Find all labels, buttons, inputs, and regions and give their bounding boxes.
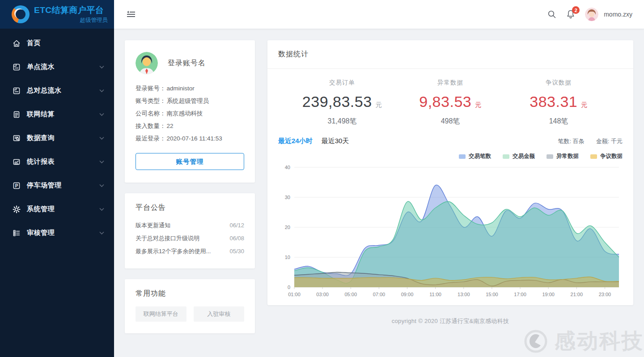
- sidebar-item-audit-management[interactable]: 审核管理: [0, 221, 114, 245]
- stat-value: 239,83.53: [302, 93, 372, 110]
- stat-unit: 元: [581, 101, 588, 108]
- document-icon: [13, 110, 21, 119]
- chevron-down-icon: [99, 208, 104, 211]
- brand[interactable]: ETC结算商户平台 超级管理员: [0, 0, 114, 29]
- svg-text:11:00: 11:00: [429, 292, 441, 297]
- announcement-item[interactable]: 版本更新通知06/12: [136, 219, 244, 232]
- user-info-card: 登录账号名 登录账号：administor 账号类型：系统超级管理员 公司名称：…: [125, 40, 255, 183]
- sidebar-item-home[interactable]: 首页: [0, 31, 114, 55]
- brand-logo-icon: [12, 5, 30, 23]
- chevron-down-icon: [99, 89, 104, 93]
- svg-text:40: 40: [285, 165, 290, 170]
- notifications-bell-icon[interactable]: 2: [566, 9, 575, 19]
- receipt-icon: [13, 63, 21, 71]
- sidebar-item-total-flow[interactable]: 总对总流水: [0, 79, 114, 102]
- data-statistics-title: 数据统计: [278, 50, 623, 59]
- announcement-item[interactable]: 最多展示12个字多余的使用...05/30: [136, 245, 244, 258]
- account-field: 公司名称：南京感动科技: [136, 107, 244, 120]
- topbar-actions: 2 momo.zxy: [547, 8, 632, 21]
- account-field: 最近登录：2020-07-16 11:41:53: [136, 132, 244, 145]
- sidebar-item-data-query[interactable]: 数据查询: [0, 126, 114, 150]
- legend-transaction-count[interactable]: 交易笔数: [459, 153, 491, 160]
- stat-count: 498笔: [396, 117, 504, 126]
- sidebar-item-label: 单点流水: [27, 63, 99, 71]
- sidebar: ETC结算商户平台 超级管理员 首页 单点流水 总对总流水 联网结算 数据查询: [0, 0, 114, 357]
- sidebar-item-parking-management[interactable]: P 停车场管理: [0, 174, 114, 197]
- svg-text:17:00: 17:00: [514, 292, 526, 297]
- area-chart: 01020304001:0003:0005:0007:0009:0011:001…: [267, 160, 633, 305]
- quick-actions-card: 常用功能 联网结算平台 入驻审核: [125, 279, 255, 333]
- svg-text:10: 10: [285, 255, 290, 260]
- receipt-icon: [13, 87, 21, 95]
- account-display-name: 登录账号名: [168, 59, 206, 68]
- range-tabs: 最近24小时 最近30天: [278, 137, 349, 145]
- legend-transaction-amount[interactable]: 交易金额: [503, 153, 535, 160]
- sidebar-item-label: 首页: [27, 39, 104, 47]
- checklist-icon: [13, 229, 21, 237]
- sidebar-menu: 首页 单点流水 总对总流水 联网结算 数据查询 统计报表 P: [0, 29, 114, 245]
- stats-row: 交易订单 239,83.53元 31,498笔 异常数据 9,83.53元 49…: [267, 69, 633, 126]
- announcements-card: 平台公告 版本更新通知06/12 关于总对总接口升级说明06/08 最多展示12…: [125, 193, 255, 268]
- svg-text:05:00: 05:00: [344, 292, 357, 297]
- sidebar-collapse-icon[interactable]: [127, 10, 136, 18]
- svg-text:09:00: 09:00: [401, 292, 414, 297]
- svg-text:15:00: 15:00: [486, 292, 498, 297]
- right-column: 数据统计 交易订单 239,83.53元 31,498笔 异常数据 9,83.5…: [267, 40, 633, 325]
- stat-count: 148笔: [504, 117, 613, 126]
- announcements-title: 平台公告: [136, 203, 244, 212]
- footer-copyright: copyright © 2020 江苏通行宝&南京感动科技: [267, 305, 633, 325]
- svg-text:19:00: 19:00: [542, 292, 555, 297]
- svg-text:23:00: 23:00: [599, 292, 611, 297]
- onboarding-audit-button[interactable]: 入驻审核: [194, 306, 245, 322]
- chart-unit-notes: 笔数: 百条 金额: 千元: [558, 137, 623, 145]
- sidebar-item-system-management[interactable]: 系统管理: [0, 197, 114, 221]
- app-subtitle: 超级管理员: [34, 17, 108, 24]
- stat-value: 383.31: [530, 93, 577, 110]
- search-icon[interactable]: [547, 10, 556, 19]
- tab-last-24h[interactable]: 最近24小时: [278, 137, 313, 145]
- stat-value: 9,83.53: [419, 93, 471, 110]
- notification-badge: 2: [572, 6, 580, 14]
- svg-text:07:00: 07:00: [373, 292, 386, 297]
- announcement-item[interactable]: 关于总对总接口升级说明06/08: [136, 232, 244, 245]
- network-settlement-platform-button[interactable]: 联网结算平台: [136, 306, 186, 322]
- sidebar-item-single-flow[interactable]: 单点流水: [0, 55, 114, 79]
- svg-text:30: 30: [285, 195, 290, 200]
- stat-count: 31,498笔: [288, 117, 396, 126]
- left-column: 登录账号名 登录账号：administor 账号类型：系统超级管理员 公司名称：…: [125, 40, 255, 333]
- legend-dispute-data[interactable]: 争议数据: [590, 153, 623, 160]
- main-content: 登录账号名 登录账号：administor 账号类型：系统超级管理员 公司名称：…: [114, 29, 644, 357]
- tab-last-30d[interactable]: 最近30天: [322, 137, 349, 145]
- stat-abnormal-data: 异常数据 9,83.53元 498笔: [396, 79, 504, 126]
- account-field: 登录账号：administor: [136, 82, 244, 95]
- stat-unit: 元: [475, 101, 482, 108]
- stat-transaction-orders: 交易订单 239,83.53元 31,498笔: [288, 79, 396, 126]
- topbar: 2 momo.zxy: [114, 0, 644, 29]
- chart-legend: 交易笔数 交易金额 异常数据 争议数据: [267, 145, 633, 160]
- app-title: ETC结算商户平台: [34, 4, 108, 16]
- username[interactable]: momo.zxy: [604, 11, 632, 18]
- chevron-down-icon: [99, 136, 104, 140]
- chart-report-icon: [13, 158, 21, 166]
- search-document-icon: [13, 134, 21, 142]
- stat-dispute-data: 争议数据 383.31元 148笔: [504, 79, 613, 126]
- sidebar-item-network-settlement[interactable]: 联网结算: [0, 102, 114, 126]
- sidebar-item-label: 联网结算: [27, 110, 99, 119]
- legend-abnormal-data[interactable]: 异常数据: [547, 153, 579, 160]
- account-field: 账号类型：系统超级管理员: [136, 95, 244, 107]
- home-icon: [13, 39, 21, 47]
- quick-actions-title: 常用功能: [136, 289, 244, 298]
- svg-text:P: P: [15, 183, 18, 188]
- sidebar-item-statistics-report[interactable]: 统计报表: [0, 150, 114, 174]
- account-field: 接入数量：22: [136, 120, 244, 132]
- account-avatar: [136, 52, 158, 74]
- svg-text:13:00: 13:00: [458, 292, 470, 297]
- chevron-down-icon: [99, 113, 104, 116]
- svg-text:21:00: 21:00: [571, 292, 583, 297]
- chevron-down-icon: [99, 231, 104, 235]
- svg-text:03:00: 03:00: [316, 292, 329, 297]
- account-manage-button[interactable]: 账号管理: [136, 153, 244, 170]
- chevron-down-icon: [99, 65, 104, 69]
- sidebar-item-label: 系统管理: [27, 205, 99, 213]
- user-avatar[interactable]: [585, 8, 598, 21]
